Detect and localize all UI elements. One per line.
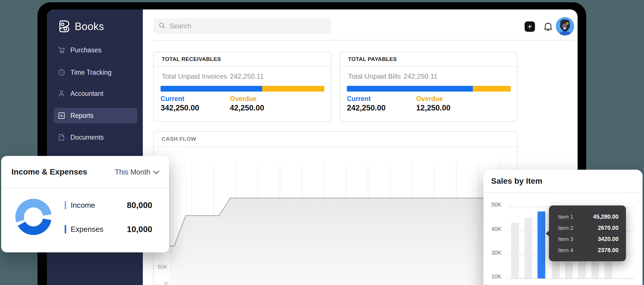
payables-subtitle: Total Unpaid Bills242,250.11 — [348, 72, 437, 80]
sidebar-item-label: Documents — [70, 134, 104, 141]
sidebar-item-label: Accountant — [70, 90, 103, 98]
sidebar-item-accountant[interactable]: Accountant — [54, 86, 137, 101]
receivables-bar-current — [161, 86, 262, 92]
user-avatar[interactable] — [556, 17, 574, 35]
legend-row-income: Income 80,000 — [65, 201, 169, 210]
receivables-progress-bar — [161, 86, 324, 92]
cash-flow-plot — [169, 164, 513, 284]
search-bar[interactable] — [153, 18, 331, 34]
payables-current-value: 242,250.00 — [347, 104, 386, 112]
x-axis-line — [508, 278, 634, 279]
sidebar-item-label: Time Tracking — [70, 69, 112, 76]
receivables-current-label: Current — [161, 95, 184, 103]
page: Books Purchases Time Tracking — [0, 0, 644, 285]
search-input[interactable] — [169, 22, 326, 30]
chevron-down-icon — [153, 168, 159, 176]
sales-bar[interactable] — [511, 223, 519, 278]
tooltip-row: Item 1 45,280.00 — [558, 211, 619, 222]
receivables-subtitle-value: 242,250.11 — [230, 72, 264, 80]
sales-by-item-title: Sales by Item — [491, 177, 542, 186]
sidebar-item-purchases[interactable]: Purchases — [54, 42, 137, 58]
divider — [483, 193, 643, 193]
tooltip-row: Item 3 3420.00 — [558, 233, 619, 245]
sales-ytick-10k: 10K — [483, 273, 501, 280]
sidebar-item-label: Purchases — [70, 46, 102, 54]
expenses-label: Expenses — [71, 225, 103, 234]
document-icon — [58, 134, 65, 141]
sales-tooltip: Item 1 45,280.00 Item 2 2670.00 Item 3 3… — [549, 205, 626, 261]
payables-title: TOTAL PAYABLES — [348, 56, 397, 62]
period-label: This Month — [115, 168, 150, 176]
payables-progress-bar — [347, 86, 511, 92]
cashflow-ytick-50k: 50K — [154, 264, 167, 270]
receivables-overdue-value: 42,250.00 — [230, 104, 264, 112]
expenses-legend-tick — [65, 225, 66, 233]
payables-bar-current — [347, 86, 473, 92]
income-expenses-donut-chart — [12, 195, 55, 240]
total-payables-card: TOTAL PAYABLES Total Unpaid Bills242,250… — [339, 52, 517, 122]
cash-flow-area-chart — [169, 164, 513, 284]
expenses-value: 10,000 — [127, 225, 152, 234]
sales-bar-highlighted[interactable] — [538, 211, 545, 278]
divider — [154, 66, 331, 67]
cash-flow-title: CASH FLOW — [162, 136, 196, 142]
cashflow-ytick-0: 0 — [154, 281, 167, 285]
sales-ytick-50k: 50K — [483, 201, 501, 208]
income-value: 80,000 — [127, 201, 152, 210]
sidebar-item-documents[interactable]: Documents — [54, 130, 137, 145]
receivables-subtitle: Total Unpaid Invoices242,250.11 — [162, 72, 264, 80]
receivables-title: TOTAL RECEIVABLES — [162, 56, 221, 62]
add-new-button[interactable]: + — [525, 21, 535, 32]
payables-current-label: Current — [347, 95, 371, 103]
divider — [1, 187, 169, 188]
divider — [154, 147, 517, 147]
payables-subtitle-value: 242,250.11 — [404, 72, 437, 80]
clock-icon — [58, 69, 65, 76]
income-expenses-card: Income & Expenses This Month Income 80,0… — [1, 156, 169, 252]
sales-bar[interactable] — [524, 218, 532, 278]
income-label: Income — [71, 201, 95, 210]
tooltip-row: Item 2 2670.00 — [558, 222, 619, 233]
search-icon — [159, 22, 165, 30]
payables-overdue-label: Overdue — [416, 95, 443, 103]
sales-by-item-card: Sales by Item 50K 40K 30K 10K Item 1 45,… — [483, 170, 643, 285]
topbar-divider — [153, 40, 575, 41]
period-dropdown[interactable]: This Month — [115, 168, 159, 176]
app-title: Books — [75, 21, 104, 33]
legend-row-expenses: Expenses 10,000 — [65, 225, 169, 234]
cash-flow-card: CASH FLOW 50K 0 — [153, 131, 517, 285]
sidebar-item-reports[interactable]: Reports — [54, 108, 137, 123]
payables-overdue-value: 12,250.00 — [416, 104, 451, 112]
tooltip-arrow — [546, 230, 549, 237]
income-legend-tick — [65, 201, 66, 209]
sales-ytick-40k: 40K — [483, 226, 501, 232]
sidebar-item-time-tracking[interactable]: Time Tracking — [54, 65, 137, 80]
sales-ytick-30k: 30K — [483, 250, 501, 256]
receivables-current-value: 342,250.00 — [161, 104, 199, 112]
tooltip-row: Item 4 2378.00 — [558, 245, 619, 256]
bar-chart-icon — [58, 112, 65, 119]
total-receivables-card: TOTAL RECEIVABLES Total Unpaid Invoices2… — [153, 52, 331, 122]
divider — [340, 66, 517, 67]
books-logo-icon — [57, 19, 71, 35]
cart-icon — [58, 46, 65, 54]
notifications-bell-icon[interactable] — [543, 21, 553, 32]
sidebar-item-label: Reports — [70, 112, 94, 120]
accountant-icon — [58, 90, 65, 97]
app-logo: Books — [57, 19, 104, 35]
income-expenses-title: Income & Expenses — [11, 167, 87, 177]
receivables-overdue-label: Overdue — [230, 95, 256, 103]
